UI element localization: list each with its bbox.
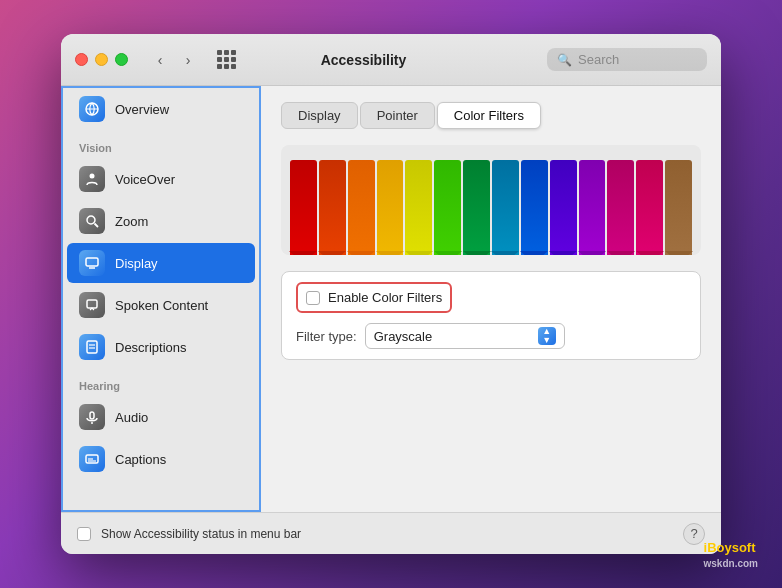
svg-rect-6 (87, 300, 97, 308)
pencil-11 (579, 160, 606, 255)
svg-line-3 (95, 224, 99, 228)
captions-label: Captions (115, 452, 166, 467)
help-button[interactable]: ? (683, 523, 705, 545)
enable-color-filters-row[interactable]: Enable Color Filters (296, 282, 452, 313)
search-icon: 🔍 (557, 53, 572, 67)
bottom-bar: Show Accessibility status in menu bar ? (61, 512, 721, 554)
tab-bar: Display Pointer Color Filters (281, 102, 701, 129)
sidebar-item-zoom[interactable]: Zoom (67, 201, 255, 241)
tab-pointer[interactable]: Pointer (360, 102, 435, 129)
filter-type-value: Grayscale (374, 329, 532, 344)
enable-color-filters-label: Enable Color Filters (328, 290, 442, 305)
enable-color-filters-checkbox[interactable] (306, 291, 320, 305)
window-title: Accessibility (188, 52, 539, 68)
pencil-10 (550, 160, 577, 255)
svg-rect-4 (86, 258, 98, 266)
fullscreen-button[interactable] (115, 53, 128, 66)
pencil-14 (665, 160, 692, 255)
pencil-6 (434, 160, 461, 255)
filter-type-row: Filter type: Grayscale ▲ ▼ (296, 323, 686, 349)
sidebar-item-display[interactable]: Display (67, 243, 255, 283)
pencil-1 (290, 160, 317, 255)
pencil-4 (377, 160, 404, 255)
spoken-content-icon (79, 292, 105, 318)
tab-display[interactable]: Display (281, 102, 358, 129)
svg-point-1 (90, 174, 95, 179)
titlebar: ‹ › Accessibility 🔍 Search (61, 34, 721, 86)
sidebar-item-voiceover[interactable]: VoiceOver (67, 159, 255, 199)
pencil-7 (463, 160, 490, 255)
display-label: Display (115, 256, 158, 271)
svg-rect-7 (87, 341, 97, 353)
traffic-lights (75, 53, 128, 66)
zoom-icon (79, 208, 105, 234)
overview-label: Overview (115, 102, 169, 117)
content-area: Overview Vision VoiceOver Zoom Displa (61, 86, 721, 512)
audio-icon (79, 404, 105, 430)
captions-icon (79, 446, 105, 472)
pencils-illustration (281, 145, 701, 255)
sidebar-item-audio[interactable]: Audio (67, 397, 255, 437)
svg-point-2 (87, 216, 95, 224)
search-input[interactable]: Search (578, 52, 619, 67)
display-icon (79, 250, 105, 276)
sidebar-item-descriptions[interactable]: Descriptions (67, 327, 255, 367)
select-arrows-icon: ▲ ▼ (538, 327, 556, 345)
back-button[interactable]: ‹ (148, 48, 172, 72)
filter-type-select[interactable]: Grayscale ▲ ▼ (365, 323, 565, 349)
pencil-13 (636, 160, 663, 255)
audio-label: Audio (115, 410, 148, 425)
minimize-button[interactable] (95, 53, 108, 66)
sidebar: Overview Vision VoiceOver Zoom Displa (61, 86, 261, 512)
main-window: ‹ › Accessibility 🔍 Search Overview (61, 34, 721, 554)
main-content: Display Pointer Color Filters (261, 86, 721, 512)
close-button[interactable] (75, 53, 88, 66)
pencil-5 (405, 160, 432, 255)
filter-type-label: Filter type: (296, 329, 357, 344)
pencil-2 (319, 160, 346, 255)
sidebar-item-overview[interactable]: Overview (67, 89, 255, 129)
pencil-9 (521, 160, 548, 255)
overview-icon (79, 96, 105, 122)
sidebar-item-spoken-content[interactable]: Spoken Content (67, 285, 255, 325)
hearing-section: Hearing (63, 368, 259, 396)
pencil-8 (492, 160, 519, 255)
pencil-12 (607, 160, 634, 255)
pencil-3 (348, 160, 375, 255)
tab-color-filters[interactable]: Color Filters (437, 102, 541, 129)
zoom-label: Zoom (115, 214, 148, 229)
descriptions-label: Descriptions (115, 340, 187, 355)
voiceover-label: VoiceOver (115, 172, 175, 187)
sidebar-item-captions[interactable]: Captions (67, 439, 255, 479)
spoken-label: Spoken Content (115, 298, 208, 313)
show-accessibility-label: Show Accessibility status in menu bar (101, 527, 673, 541)
svg-rect-10 (90, 412, 94, 419)
show-accessibility-checkbox[interactable] (77, 527, 91, 541)
voiceover-icon (79, 166, 105, 192)
descriptions-icon (79, 334, 105, 360)
filter-section: Enable Color Filters Filter type: Graysc… (281, 271, 701, 360)
vision-section: Vision (63, 130, 259, 158)
search-box[interactable]: 🔍 Search (547, 48, 707, 71)
